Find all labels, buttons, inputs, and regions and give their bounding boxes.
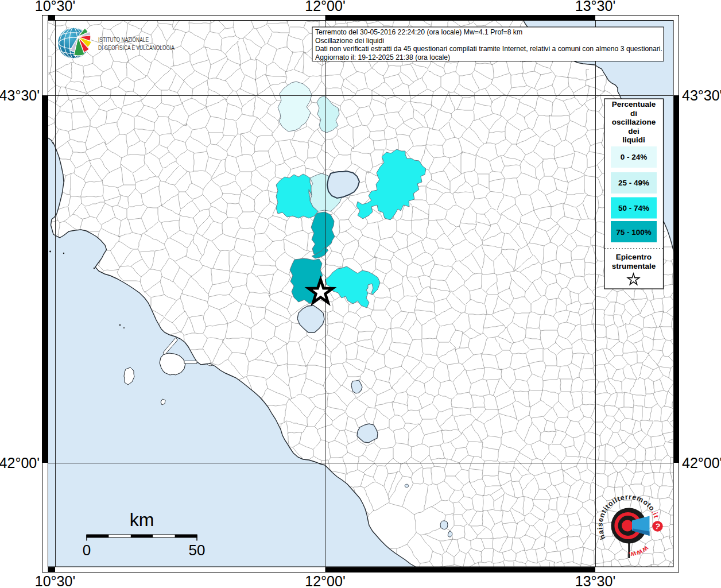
svg-text:strumentale: strumentale bbox=[612, 262, 656, 270]
svg-text:DI GEOFISICA E VULCANOLOGIA: DI GEOFISICA E VULCANOLOGIA bbox=[98, 44, 175, 51]
svg-text:Terremoto del 30-05-2016 22:24: Terremoto del 30-05-2016 22:24:20 (ora l… bbox=[315, 28, 522, 36]
svg-text:12°00': 12°00' bbox=[305, 0, 345, 14]
svg-text:Epicentro: Epicentro bbox=[616, 253, 652, 261]
svg-text:Aggiornato il: 19-12-2025 21:3: Aggiornato il: 19-12-2025 21:38 (ora loc… bbox=[315, 53, 450, 61]
svg-text:di: di bbox=[630, 109, 637, 118]
svg-text:0 - 24%: 0 - 24% bbox=[621, 153, 648, 161]
svg-text:50 - 74%: 50 - 74% bbox=[618, 204, 649, 212]
svg-text:75 - 100%: 75 - 100% bbox=[616, 228, 652, 237]
svg-text:ISTITUTO NAZIONALE: ISTITUTO NAZIONALE bbox=[98, 36, 149, 43]
svg-text:10°30': 10°30' bbox=[35, 0, 75, 14]
svg-text:12°00': 12°00' bbox=[305, 573, 345, 588]
svg-text:13°30': 13°30' bbox=[575, 0, 615, 14]
svg-text:Dati non verificati estratti d: Dati non verificati estratti da 45 quest… bbox=[315, 45, 662, 53]
svg-text:43°30': 43°30' bbox=[0, 87, 40, 103]
svg-text:km: km bbox=[130, 509, 154, 530]
svg-text:42°00': 42°00' bbox=[0, 455, 40, 471]
svg-text:dei: dei bbox=[628, 127, 639, 136]
svg-text:Percentuale: Percentuale bbox=[612, 100, 656, 109]
svg-text:50: 50 bbox=[189, 541, 206, 559]
svg-text:43°30': 43°30' bbox=[682, 87, 721, 103]
svg-text:13°30': 13°30' bbox=[575, 573, 615, 588]
svg-text:Oscillazione dei liquidi: Oscillazione dei liquidi bbox=[315, 37, 384, 45]
svg-text:42°00': 42°00' bbox=[682, 455, 721, 471]
svg-text:oscillazione: oscillazione bbox=[612, 118, 656, 126]
svg-text:10°30': 10°30' bbox=[35, 573, 75, 588]
svg-text:25 - 49%: 25 - 49% bbox=[618, 179, 649, 187]
svg-text:liquidi: liquidi bbox=[622, 136, 645, 144]
svg-text:0: 0 bbox=[83, 541, 91, 559]
